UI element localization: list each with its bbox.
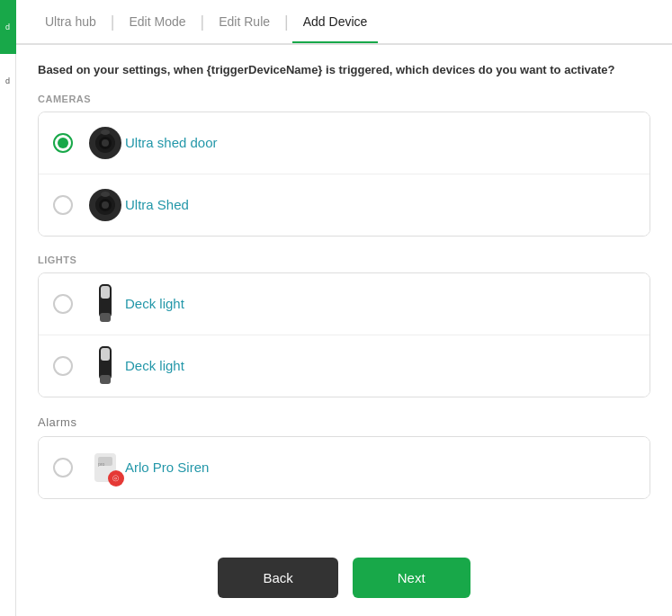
desc-after: is triggered, which devices do you want …	[322, 63, 614, 76]
section-label-cameras: CAMERAS	[38, 94, 650, 104]
svg-text:⦾: ⦾	[112, 474, 119, 483]
svg-rect-14	[101, 348, 110, 361]
description-text: Based on your settings, when {triggerDev…	[38, 61, 650, 79]
button-row: Back Next	[16, 545, 672, 616]
arlo-pro-siren-image: pro ⦾	[85, 448, 125, 487]
radio-arlo-pro-siren[interactable]	[53, 458, 73, 478]
svg-rect-15	[100, 375, 111, 384]
deck-light-label: Deck light	[125, 296, 184, 311]
desc-trigger-var: {triggerDeviceName}	[207, 63, 323, 76]
shed-light-label: Deck light	[125, 358, 184, 373]
ultra-shed-label: Ultra Shed	[125, 197, 189, 212]
svg-rect-12	[100, 313, 111, 322]
nav-tabs: Ultra hub | Edit Mode | Edit Rule | Add …	[16, 0, 672, 45]
tab-edit-rule[interactable]: Edit Rule	[208, 2, 281, 41]
svg-point-4	[101, 129, 110, 135]
ultra-shed-door-label: Ultra shed door	[125, 135, 218, 150]
device-item-deck-light[interactable]: Deck light	[39, 273, 650, 335]
shed-light-image	[85, 346, 125, 386]
radio-ultra-shed[interactable]	[53, 195, 73, 215]
svg-point-3	[102, 139, 109, 147]
sidebar-item-1[interactable]: d	[0, 0, 16, 54]
sidebar-item-2[interactable]: d	[0, 54, 16, 108]
device-item-shed-light[interactable]: Deck light	[39, 335, 650, 397]
next-button[interactable]: Next	[353, 558, 470, 598]
main-content: Ultra hub | Edit Mode | Edit Rule | Add …	[16, 0, 672, 616]
device-group-cameras: Ultra shed door Ultra Shed	[38, 112, 650, 237]
content-area: Based on your settings, when {triggerDev…	[16, 45, 672, 545]
svg-point-8	[102, 201, 109, 209]
section-label-alarms: Alarms	[38, 415, 650, 429]
svg-text:pro: pro	[98, 461, 104, 467]
section-label-lights: LIGHTS	[38, 254, 650, 265]
desc-before: Based on your settings, when	[38, 63, 207, 76]
back-button[interactable]: Back	[218, 558, 337, 598]
nav-separator-2: |	[201, 13, 205, 31]
device-item-ultra-shed-door[interactable]: Ultra shed door	[39, 112, 650, 174]
radio-shed-light[interactable]	[53, 356, 73, 376]
ultra-shed-door-image	[85, 123, 125, 163]
device-group-alarms: pro ⦾ Arlo Pro Siren	[38, 436, 650, 499]
svg-rect-11	[101, 286, 110, 299]
device-item-ultra-shed[interactable]: Ultra Shed	[39, 174, 650, 236]
radio-ultra-shed-door[interactable]	[53, 133, 73, 153]
radio-deck-light[interactable]	[53, 294, 73, 314]
tab-edit-mode[interactable]: Edit Mode	[119, 2, 197, 41]
sidebar: d d	[0, 0, 16, 616]
svg-point-9	[101, 192, 110, 197]
tab-add-device[interactable]: Add Device	[292, 2, 379, 41]
nav-separator-1: |	[111, 13, 115, 31]
arlo-pro-siren-label: Arlo Pro Siren	[125, 460, 209, 475]
device-item-arlo-pro-siren[interactable]: pro ⦾ Arlo Pro Siren	[39, 437, 650, 498]
deck-light-image	[85, 284, 125, 324]
ultra-shed-image	[85, 185, 125, 225]
nav-separator-3: |	[284, 13, 289, 31]
tab-ultra-hub[interactable]: Ultra hub	[34, 2, 107, 41]
device-group-lights: Deck light Deck light	[38, 272, 650, 397]
